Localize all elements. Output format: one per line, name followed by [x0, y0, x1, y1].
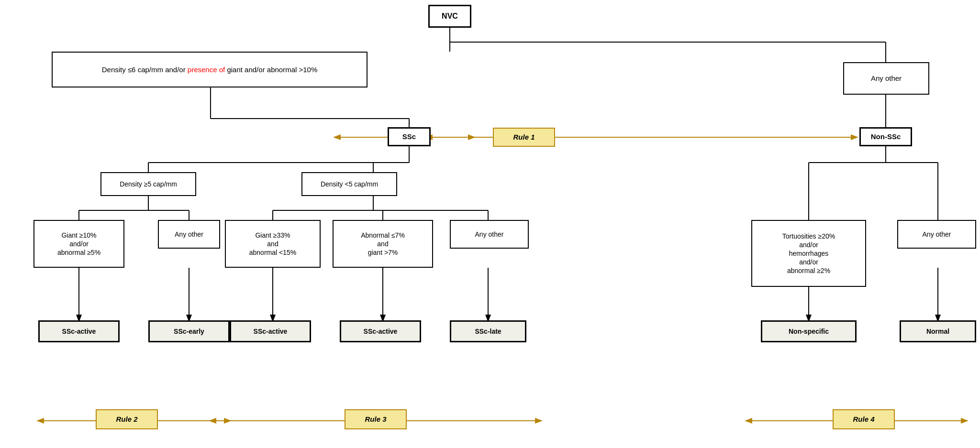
diagram: NVC Density ≤6 cap/mm and/or presence of… [0, 0, 980, 448]
normal-node: Normal [900, 320, 976, 342]
any-other-right-node: Any other [897, 220, 976, 249]
non-ssc-label: Non-SSc [871, 132, 901, 142]
any-other-mid-node: Any other [450, 220, 529, 249]
ssc-node: SSc [388, 127, 431, 146]
ssc-active3-node: SSc-active [340, 320, 421, 342]
ssc-early-label: SSc-early [174, 327, 204, 336]
any-other-top-node: Any other [843, 62, 929, 95]
ssc-active2-label: SSc-active [254, 327, 288, 336]
abnormal-le7-node: Abnormal ≤7%andgiant >7% [333, 220, 433, 268]
any-other-top-label: Any other [871, 74, 902, 83]
tortuosities-label: Tortuosities ≥20%and/orhemorrhagesand/or… [782, 232, 835, 275]
non-specific-label: Non-specific [789, 327, 829, 336]
rule3-node: Rule 3 [345, 409, 407, 429]
ssc-late-node: SSc-late [450, 320, 526, 342]
any-other-right-label: Any other [923, 230, 951, 239]
density-lt5-label: Density <5 cap/mm [321, 180, 378, 188]
abnormal-le7-label: Abnormal ≤7%andgiant >7% [361, 231, 405, 257]
non-specific-node: Non-specific [761, 320, 857, 342]
ssc-active1-node: SSc-active [38, 320, 120, 342]
rule2-label: Rule 2 [116, 415, 137, 424]
rule4-node: Rule 4 [833, 409, 895, 429]
giant-ge10-label: Giant ≥10%and/orabnormal ≥5% [57, 231, 100, 257]
giant-ge33-label: Giant ≥33%andabnormal <15% [249, 231, 296, 257]
nvc-label: NVC [442, 11, 458, 22]
tortuosities-node: Tortuosities ≥20%and/orhemorrhagesand/or… [751, 220, 866, 287]
density-condition-node: Density ≤6 cap/mm and/or presence of gia… [52, 52, 368, 87]
non-ssc-node: Non-SSc [859, 127, 912, 146]
rule4-label: Rule 4 [853, 415, 874, 424]
rule1-label: Rule 1 [513, 132, 535, 142]
any-other-mid-label: Any other [475, 230, 504, 239]
normal-label: Normal [926, 327, 949, 336]
nvc-node: NVC [428, 5, 471, 28]
ssc-active1-label: SSc-active [62, 327, 96, 336]
giant-ge10-node: Giant ≥10%and/orabnormal ≥5% [33, 220, 124, 268]
ssc-active3-label: SSc-active [364, 327, 398, 336]
ssc-early-node: SSc-early [148, 320, 230, 342]
ssc-label: SSc [402, 132, 416, 142]
density-ge5-label: Density ≥5 cap/mm [120, 180, 177, 188]
rule3-label: Rule 3 [365, 415, 386, 424]
density-ge5-node: Density ≥5 cap/mm [100, 172, 196, 196]
any-other-left-node: Any other [158, 220, 220, 249]
rule1-node: Rule 1 [493, 128, 555, 147]
presence-of-text: presence of [188, 66, 225, 74]
condition-text: Density ≤6 cap/mm and/or presence of gia… [102, 65, 318, 75]
ssc-active2-node: SSc-active [230, 320, 311, 342]
density-lt5-node: Density <5 cap/mm [301, 172, 397, 196]
ssc-late-label: SSc-late [475, 327, 501, 336]
rule2-node: Rule 2 [96, 409, 158, 429]
any-other-left-label: Any other [175, 230, 203, 239]
giant-ge33-node: Giant ≥33%andabnormal <15% [225, 220, 321, 268]
